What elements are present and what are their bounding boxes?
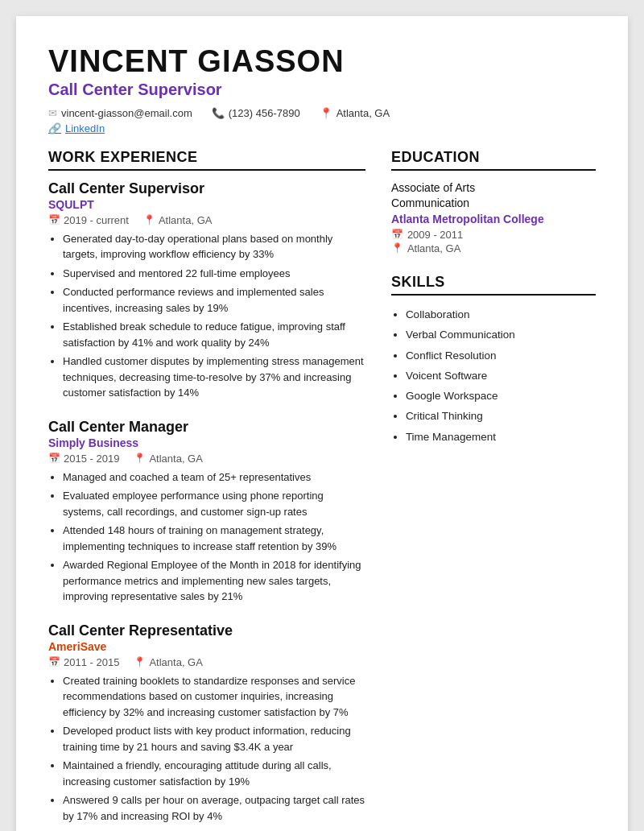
email-icon: ✉: [48, 107, 57, 119]
edu-degree-0: Associate of Arts: [391, 180, 596, 196]
skills-section: SKILLS Collaboration Verbal Communicatio…: [391, 274, 596, 447]
dates-text-2: 2011 - 2015: [64, 656, 119, 668]
education-section-title: EDUCATION: [391, 149, 596, 171]
location-text: Atlanta, GA: [336, 107, 390, 119]
loc-icon-0: 📍: [143, 214, 155, 225]
location-2: 📍 Atlanta, GA: [134, 656, 202, 668]
phone-item: 📞 (123) 456-7890: [212, 107, 300, 119]
bullets-2: Created training booklets to standardize…: [48, 673, 365, 825]
bullet-1-3: Awarded Regional Employee of the Month i…: [63, 557, 365, 605]
skill-5: Critical Thinking: [406, 407, 596, 426]
dates-2: 📅 2011 - 2015: [48, 656, 119, 668]
job-meta-2: 📅 2011 - 2015 📍 Atlanta, GA: [48, 656, 365, 668]
phone-icon: 📞: [212, 107, 225, 119]
job-block-1: Call Center Manager Simply Business 📅 20…: [48, 419, 365, 605]
bullet-2-3: Answered 9 calls per hour on average, ou…: [63, 792, 365, 824]
job-title-1: Call Center Manager: [48, 419, 365, 436]
bullet-0-3: Established break schedule to reduce fat…: [63, 319, 365, 350]
job-title-2: Call Center Representative: [48, 622, 365, 639]
edu-location-0: 📍 Atlanta, GA: [391, 242, 596, 254]
linkedin-row: 🔗 LinkedIn: [48, 122, 596, 134]
bullet-2-2: Maintained a friendly, encouraging attit…: [63, 758, 365, 789]
job-meta-1: 📅 2015 - 2019 📍 Atlanta, GA: [48, 453, 365, 465]
bullet-2-0: Created training booklets to standardize…: [63, 673, 365, 721]
bullet-0-1: Supervised and mentored 22 full-time emp…: [63, 266, 365, 282]
job-title-0: Call Center Supervisor: [48, 180, 365, 197]
calendar-icon-0: 📅: [48, 214, 60, 225]
skill-4: Google Workspace: [406, 387, 596, 406]
location-icon: 📍: [320, 107, 332, 119]
email-item: ✉ vincent-giasson@email.com: [48, 107, 192, 119]
job-block-0: Call Center Supervisor SQULPT 📅 2019 - c…: [48, 180, 365, 401]
left-column: WORK EXPERIENCE Call Center Supervisor S…: [48, 149, 365, 831]
bullet-1-1: Evaluated employee performance using pho…: [63, 488, 365, 519]
skill-0: Collaboration: [406, 305, 596, 325]
skill-3: Voicent Software: [406, 366, 596, 386]
linkedin-link[interactable]: 🔗 LinkedIn: [48, 122, 105, 134]
edu-loc-icon-0: 📍: [391, 242, 403, 254]
bullet-1-0: Managed and coached a team of 25+ repres…: [63, 469, 365, 486]
edu-block-0: Associate of Arts Communication Atlanta …: [391, 180, 596, 254]
bullet-0-2: Conducted performance reviews and implem…: [63, 284, 365, 316]
loc-icon-1: 📍: [134, 453, 146, 464]
phone-text: (123) 456-7890: [229, 107, 300, 119]
edu-meta-0: 📅 2009 - 2011 📍 Atlanta, GA: [391, 229, 596, 254]
dates-text-0: 2019 - current: [64, 214, 129, 226]
company-name-2: AmeriSave: [48, 640, 365, 653]
location-1: 📍 Atlanta, GA: [134, 453, 202, 465]
job-block-2: Call Center Representative AmeriSave 📅 2…: [48, 622, 365, 825]
education-section: EDUCATION Associate of Arts Communicatio…: [391, 149, 596, 254]
location-text-2: Atlanta, GA: [149, 656, 202, 668]
bullets-0: Generated day-to-day operational plans b…: [48, 231, 365, 401]
bullets-1: Managed and coached a team of 25+ repres…: [48, 469, 365, 605]
job-meta-0: 📅 2019 - current 📍 Atlanta, GA: [48, 214, 365, 226]
skill-1: Verbal Communication: [406, 325, 596, 345]
skills-list: Collaboration Verbal Communication Confl…: [391, 305, 596, 447]
location-item: 📍 Atlanta, GA: [320, 107, 390, 119]
bullet-0-4: Handled customer disputes by implementin…: [63, 353, 365, 401]
header-section: VINCENT GIASSON Call Center Supervisor ✉…: [48, 45, 596, 134]
linkedin-label: LinkedIn: [65, 122, 105, 134]
email-text: vincent-giasson@email.com: [61, 107, 192, 119]
candidate-title: Call Center Supervisor: [48, 81, 596, 99]
calendar-icon-2: 📅: [48, 656, 60, 668]
skills-section-title: SKILLS: [391, 274, 596, 296]
dates-0: 📅 2019 - current: [48, 214, 129, 226]
company-name-0: SQULPT: [48, 198, 365, 211]
loc-icon-2: 📍: [134, 656, 146, 668]
calendar-icon-1: 📅: [48, 453, 60, 464]
location-text-1: Atlanta, GA: [149, 453, 202, 465]
bullet-0-0: Generated day-to-day operational plans b…: [63, 231, 365, 263]
skill-2: Conflict Resolution: [406, 346, 596, 366]
edu-field-0: Communication: [391, 196, 596, 212]
bullet-1-2: Attended 148 hours of training on manage…: [63, 523, 365, 554]
right-column: EDUCATION Associate of Arts Communicatio…: [391, 149, 596, 831]
edu-school-0: Atlanta Metropolitan College: [391, 213, 596, 225]
dates-text-1: 2015 - 2019: [64, 453, 119, 465]
edu-dates-0: 📅 2009 - 2011: [391, 229, 596, 241]
resume: VINCENT GIASSON Call Center Supervisor ✉…: [16, 16, 628, 831]
location-text-0: Atlanta, GA: [159, 214, 212, 226]
edu-dates-text-0: 2009 - 2011: [407, 229, 463, 241]
candidate-name: VINCENT GIASSON: [48, 45, 596, 79]
contact-row: ✉ vincent-giasson@email.com 📞 (123) 456-…: [48, 107, 596, 119]
linkedin-icon: 🔗: [48, 122, 61, 134]
edu-cal-icon-0: 📅: [391, 229, 403, 240]
bullet-2-1: Developed product lists with key product…: [63, 723, 365, 755]
skill-6: Time Management: [406, 428, 596, 447]
main-layout: WORK EXPERIENCE Call Center Supervisor S…: [48, 149, 596, 831]
dates-1: 📅 2015 - 2019: [48, 453, 119, 465]
edu-location-text-0: Atlanta, GA: [407, 242, 460, 254]
location-0: 📍 Atlanta, GA: [143, 214, 212, 226]
company-name-1: Simply Business: [48, 436, 365, 449]
work-experience-section-title: WORK EXPERIENCE: [48, 149, 365, 171]
